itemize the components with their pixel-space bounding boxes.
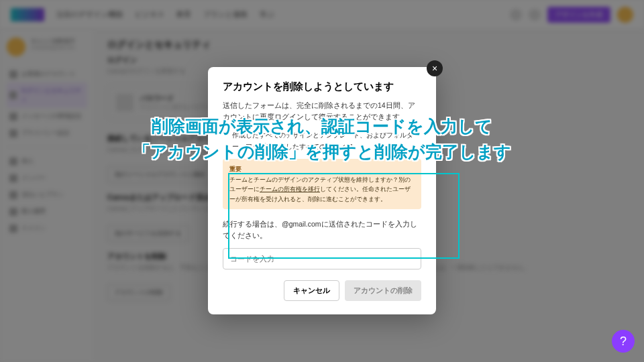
help-fab[interactable]: ? xyxy=(612,330,635,353)
confirm-delete-button[interactable]: アカウントの削除 xyxy=(345,280,421,301)
modal-overlay: × アカウントを削除しようとしています 送信したフォームは、完全に削除されるまで… xyxy=(0,0,644,362)
dialog-list-item: 作成したすべてのデザインとテンプレート、およびフォルダー・アップロードしたすべて… xyxy=(232,129,421,152)
warning-box: 重要 チームとチームのデザインのアクティブ状態を維持しますか？別のユーザーにチー… xyxy=(223,159,421,210)
code-input[interactable] xyxy=(223,248,421,269)
delete-account-dialog: × アカウントを削除しようとしています 送信したフォームは、完全に削除されるまで… xyxy=(208,67,436,314)
dialog-body-2: 続行する場合は、@gmail.comに送信されたコードを入力してください。 xyxy=(223,219,421,241)
cancel-button[interactable]: キャンセル xyxy=(284,280,339,301)
transfer-ownership-link[interactable]: チームの所有権を移行 xyxy=(260,186,320,192)
dialog-title: アカウントを削除しようとしています xyxy=(223,80,421,93)
close-icon[interactable]: × xyxy=(427,60,443,76)
dialog-body-1: 送信したフォームは、完全に削除されるまでの14日間、アカウントに再度ログインして… xyxy=(223,100,421,123)
warning-title: 重要 xyxy=(229,164,415,174)
